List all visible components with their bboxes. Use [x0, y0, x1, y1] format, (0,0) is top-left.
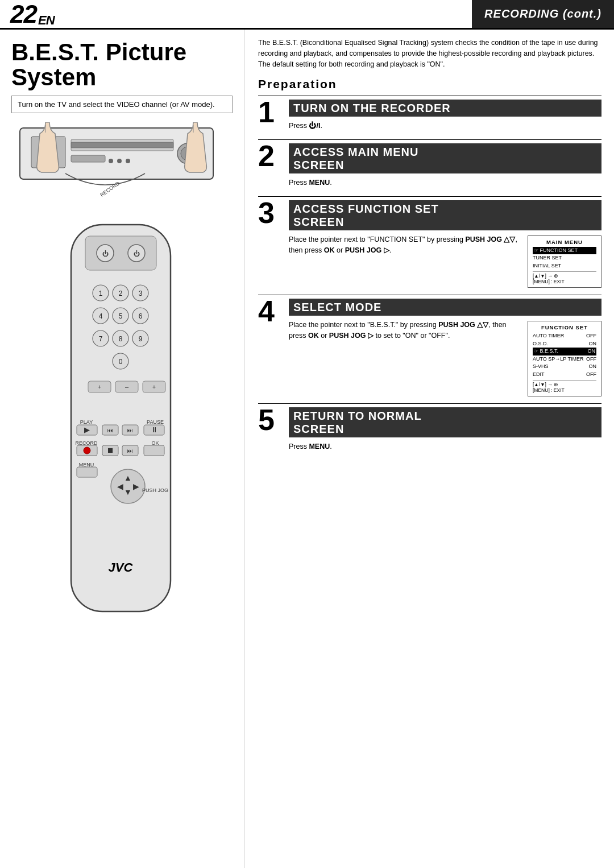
svg-text:JVC: JVC — [108, 560, 133, 574]
instruction-text: Turn on the TV and select the VIDEO chan… — [18, 100, 215, 109]
step-2-number: 2 — [258, 141, 283, 171]
svg-text:▶: ▶ — [84, 425, 90, 434]
step-5: 5 RETURN TO NORMALSCREEN Press MENU. — [258, 407, 601, 453]
step-3-text: Place the pointer next to "FUNCTION SET"… — [289, 233, 522, 257]
step-3: 3 ACCESS FUNCTION SETSCREEN Place the po… — [258, 200, 601, 288]
step-5-title: RETURN TO NORMALSCREEN — [293, 410, 597, 436]
chapter-title: RECORDING (cont.) — [472, 0, 614, 28]
step-3-content: ACCESS FUNCTION SETSCREEN Place the poin… — [289, 200, 601, 288]
svg-text:⏹: ⏹ — [106, 446, 114, 454]
left-column: B.E.S.T. Picture System Turn on the TV a… — [0, 30, 244, 868]
svg-text:PAUSE: PAUSE — [147, 419, 164, 425]
svg-text:▲: ▲ — [124, 473, 132, 482]
step-4-header: SELECT MODE — [289, 299, 601, 316]
intro-paragraph: The B.E.S.T. (Biconditional Equalised Si… — [258, 38, 601, 69]
step-2-header: ACCESS MAIN MENUSCREEN — [289, 143, 601, 173]
svg-rect-65 — [77, 467, 97, 477]
step-3-header: ACCESS FUNCTION SETSCREEN — [289, 200, 601, 230]
step-4-menu-item-5: S-VHSON — [533, 363, 596, 371]
right-column: The B.E.S.T. (Biconditional Equalised Si… — [244, 30, 614, 868]
svg-text:RECORD: RECORD — [99, 180, 121, 198]
step-3-menu-title: MAIN MENU — [533, 239, 596, 245]
svg-text:⏭: ⏭ — [127, 427, 133, 433]
step-3-menu-box: MAIN MENU ☞ FUNCTION SET TUNER SET INITI… — [528, 235, 601, 288]
svg-rect-63 — [144, 445, 164, 456]
page-number: 22EN — [0, 0, 65, 28]
step-4-menu-item-6: EDITOFF — [533, 371, 596, 379]
step-4-body-area: Place the pointer next to "B.E.S.T." by … — [289, 319, 601, 396]
svg-text:8: 8 — [118, 335, 122, 343]
step-3-title: ACCESS FUNCTION SETSCREEN — [293, 202, 597, 229]
divider-4 — [258, 403, 601, 404]
step-3-body-area: Place the pointer next to "FUNCTION SET"… — [289, 233, 601, 288]
step-1-content: TURN ON THE RECORDER Press ⏻/I. — [289, 100, 601, 133]
svg-text:◀: ◀ — [117, 482, 123, 491]
step-4-menu-box: FUNCTION SET AUTO TIMEROFF O.S.D.ON ☞ B.… — [528, 321, 601, 396]
step-1: 1 TURN ON THE RECORDER Press ⏻/I. — [258, 100, 601, 133]
svg-text:+: + — [152, 383, 155, 390]
svg-rect-3 — [71, 155, 105, 162]
svg-text:▼: ▼ — [124, 487, 132, 497]
svg-text:7: 7 — [98, 335, 102, 343]
svg-text:PUSH JOG: PUSH JOG — [142, 487, 168, 493]
svg-text:6: 6 — [138, 312, 142, 320]
step-5-header: RETURN TO NORMALSCREEN — [289, 407, 601, 437]
divider-3 — [258, 295, 601, 295]
svg-text:5: 5 — [118, 312, 122, 320]
step-4-menu-hint: [▲/▼] → ⊛[MENU] : EXIT — [533, 380, 596, 393]
step-1-number: 1 — [258, 97, 283, 127]
svg-rect-13 — [71, 225, 171, 611]
chapter-title-text: RECORDING (cont.) — [484, 7, 601, 20]
page-header: 22EN RECORDING (cont.) — [0, 0, 614, 30]
svg-text:+: + — [97, 383, 101, 390]
step-4-menu-item-3: ☞ B.E.S.T.ON — [533, 348, 596, 356]
step-4: 4 SELECT MODE Place the pointer next to … — [258, 299, 601, 396]
step-4-menu-item-2: O.S.D.ON — [533, 340, 596, 348]
svg-point-8 — [117, 159, 122, 163]
svg-text:⏮: ⏮ — [107, 427, 113, 433]
page-num-text: 22 — [10, 2, 37, 27]
step-4-number: 4 — [258, 296, 283, 326]
divider-2 — [258, 196, 601, 197]
svg-text:0: 0 — [118, 358, 122, 366]
svg-text:1: 1 — [98, 290, 102, 297]
instruction-box: Turn on the TV and select the VIDEO chan… — [11, 96, 233, 113]
step-1-header: TURN ON THE RECORDER — [289, 100, 601, 117]
svg-point-57 — [84, 447, 90, 454]
step-4-menu-title: FUNCTION SET — [533, 324, 596, 330]
step-4-title: SELECT MODE — [293, 301, 597, 314]
svg-text:⏭: ⏭ — [127, 448, 133, 454]
svg-text:9: 9 — [138, 335, 142, 343]
preparation-text: Preparation — [258, 77, 337, 90]
step-2: 2 ACCESS MAIN MENUSCREEN Press MENU. — [258, 143, 601, 189]
step-3-menu-hint: [▲/▼] → ⊛[MENU] : EXIT — [533, 271, 596, 284]
step-1-body: Press ⏻/I. — [289, 119, 601, 133]
step-5-number: 5 — [258, 405, 283, 435]
step-3-number: 3 — [258, 198, 283, 228]
step-3-menu-item-1: ☞ FUNCTION SET — [533, 247, 596, 255]
main-layout: B.E.S.T. Picture System Turn on the TV a… — [0, 30, 614, 868]
svg-text:–: – — [125, 383, 128, 390]
svg-text:⏻: ⏻ — [102, 250, 108, 257]
preparation-heading: Preparation — [258, 77, 601, 91]
svg-rect-6 — [71, 142, 173, 148]
svg-text:PLAY: PLAY — [80, 419, 92, 425]
step-3-menu-item-2: TUNER SET — [533, 254, 596, 262]
svg-point-7 — [109, 159, 113, 163]
step-5-content: RETURN TO NORMALSCREEN Press MENU. — [289, 407, 601, 453]
step-4-content: SELECT MODE Place the pointer next to "B… — [289, 299, 601, 396]
svg-point-9 — [126, 159, 130, 163]
step-1-title: TURN ON THE RECORDER — [293, 102, 597, 115]
step-4-menu-item-4: AUTO SP→LP TIMEROFF — [533, 356, 596, 363]
step-4-menu-item-1: AUTO TIMEROFF — [533, 332, 596, 340]
svg-text:⏸: ⏸ — [150, 425, 157, 434]
step-2-title: ACCESS MAIN MENUSCREEN — [293, 146, 597, 172]
svg-text:3: 3 — [138, 290, 142, 297]
svg-rect-14 — [85, 236, 156, 270]
divider-1 — [258, 139, 601, 140]
device-illustration: RECORD ⏻ ⏻ 1 2 3 4 5 6 — [14, 122, 230, 634]
step-4-text: Place the pointer next to "B.E.S.T." by … — [289, 319, 522, 342]
page-suffix-text: EN — [38, 14, 55, 27]
svg-text:2: 2 — [118, 290, 122, 297]
section-title: B.E.S.T. Picture System — [11, 40, 233, 90]
